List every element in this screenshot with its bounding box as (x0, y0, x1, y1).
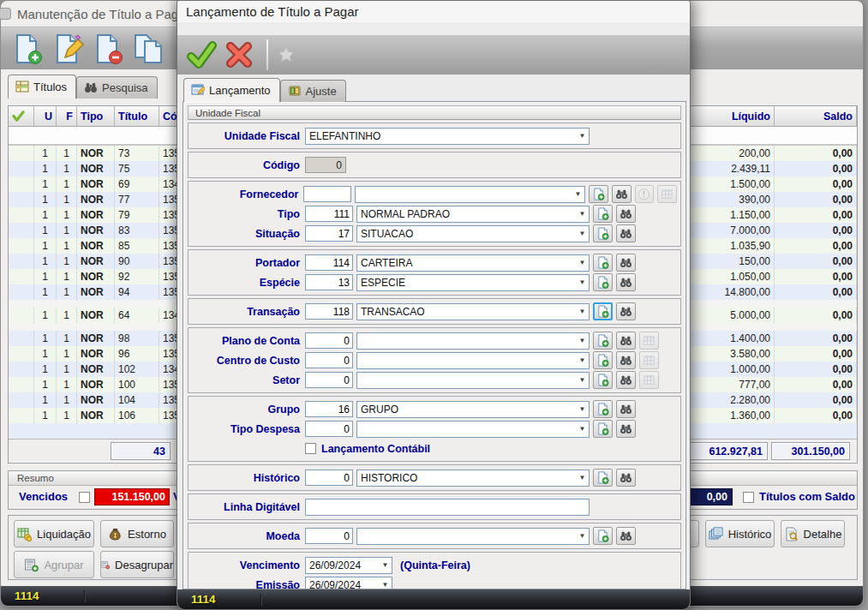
transacao-combo[interactable]: TRANSACAO▼ (356, 303, 590, 320)
chevron-down-icon[interactable]: ▼ (576, 376, 589, 384)
plano_de_conta-code-input[interactable] (305, 332, 353, 349)
new-doc-button[interactable] (593, 332, 613, 350)
binoculars-button[interactable] (616, 254, 636, 272)
tipo_despesa-combo[interactable]: ▼ (356, 421, 590, 438)
binoculars-button[interactable] (616, 273, 636, 291)
binoculars-button[interactable] (616, 527, 636, 545)
binoculars-button[interactable] (616, 302, 636, 320)
table-button[interactable] (639, 371, 659, 389)
chevron-down-icon[interactable]: ▼ (576, 405, 589, 413)
emissao-combo[interactable]: 26/09/2024▼ (305, 577, 392, 590)
binoculars-button[interactable] (616, 224, 636, 242)
new-doc-button[interactable] (593, 302, 613, 320)
linha_digitavel-input[interactable] (305, 499, 590, 516)
dialog-titlebar[interactable]: Lançamento de Título a Pagar (177, 1, 690, 22)
chevron-down-icon[interactable]: ▼ (379, 581, 392, 589)
tipo-code-input[interactable] (305, 206, 353, 222)
table-button[interactable] (639, 351, 659, 369)
historico-code-input[interactable] (305, 469, 353, 486)
centro_de_custo-combo[interactable]: ▼ (356, 352, 590, 369)
historico-button[interactable]: Histórico (705, 520, 775, 547)
table-button[interactable] (657, 185, 677, 203)
binoculars-button[interactable] (616, 351, 636, 369)
tab-titulos[interactable]: Títulos (8, 75, 76, 99)
transacao-code-input[interactable] (305, 303, 353, 320)
tipo_despesa-code-input[interactable] (305, 421, 353, 437)
check-icon[interactable] (186, 39, 217, 70)
new-doc-button[interactable] (593, 273, 613, 291)
plano_de_conta-combo[interactable]: ▼ (356, 332, 590, 350)
chevron-down-icon[interactable]: ▼ (379, 561, 392, 569)
situacao-code-input[interactable] (305, 225, 353, 242)
chevron-down-icon[interactable]: ▼ (576, 356, 589, 364)
chevron-down-icon[interactable]: ▼ (576, 230, 589, 237)
portador-combo[interactable]: CARTEIRA▼ (356, 254, 590, 272)
delete-record-icon[interactable] (92, 33, 124, 65)
header-sel[interactable] (9, 106, 34, 126)
chevron-down-icon[interactable]: ▼ (576, 474, 589, 481)
unidade_fiscal-combo[interactable]: ELEFANTINHO▼ (305, 128, 590, 145)
new-doc-button[interactable] (593, 400, 613, 418)
copy-record-icon[interactable] (132, 33, 165, 65)
estorno-button[interactable]: Estorno (100, 520, 174, 547)
new-doc-button[interactable] (593, 371, 613, 389)
x-icon[interactable] (224, 39, 254, 70)
detalhe-button[interactable]: Detalhe (781, 520, 845, 547)
setor-combo[interactable]: ▼ (356, 372, 590, 389)
tab-lancamento[interactable]: Lançamento (183, 78, 280, 102)
moeda-combo[interactable]: ▼ (356, 528, 590, 545)
especie-code-input[interactable] (305, 274, 353, 290)
vencidos-checkbox[interactable] (79, 492, 90, 503)
binoculars-button[interactable] (616, 371, 636, 389)
chevron-down-icon[interactable]: ▼ (576, 308, 589, 315)
header-saldo[interactable]: Saldo (775, 106, 857, 126)
agrupar-button[interactable]: Agrupar (14, 551, 94, 578)
chevron-down-icon[interactable]: ▼ (576, 278, 589, 286)
new-record-icon[interactable] (11, 33, 44, 65)
chevron-down-icon[interactable]: ▼ (576, 132, 589, 140)
grupo-code-input[interactable] (305, 401, 353, 417)
grupo-combo[interactable]: GRUPO▼ (356, 401, 590, 418)
desagrupar-button[interactable]: Desagrupar (100, 551, 174, 578)
tab-ajuste[interactable]: Ajuste (280, 80, 346, 102)
fornecedor-code-input[interactable] (303, 186, 351, 202)
tab-pesquisa[interactable]: Pesquisa (76, 76, 157, 99)
new-doc-button[interactable] (593, 351, 613, 369)
edit-record-icon[interactable] (51, 33, 84, 65)
new-doc-button[interactable] (593, 254, 613, 272)
fornecedor-combo[interactable]: ▼ (355, 186, 585, 203)
table-button[interactable] (639, 332, 659, 350)
new-doc-button[interactable] (589, 185, 608, 203)
binoculars-button[interactable] (616, 469, 636, 487)
centro_de_custo-code-input[interactable] (305, 352, 353, 368)
portador-code-input[interactable] (305, 254, 353, 271)
binoculars-button[interactable] (616, 420, 636, 438)
tipo-combo[interactable]: NORMAL PADRAO▼ (356, 206, 590, 223)
liquidacao-button[interactable]: Liquidação (14, 520, 94, 547)
especie-combo[interactable]: ESPECIE▼ (356, 274, 590, 291)
binoculars-button[interactable] (612, 185, 632, 203)
chevron-down-icon[interactable]: ▼ (576, 337, 589, 344)
binoculars-button[interactable] (616, 332, 636, 350)
chevron-down-icon[interactable]: ▼ (576, 210, 589, 218)
header-tipo[interactable]: Tipo (77, 106, 115, 126)
vencimento-combo[interactable]: 26/09/2024▼ (305, 557, 392, 574)
header-f[interactable]: F (57, 106, 77, 126)
situacao-combo[interactable]: SITUACAO▼ (356, 225, 590, 242)
info-button[interactable] (635, 185, 655, 203)
new-doc-button[interactable] (593, 469, 613, 487)
lancamento_contabil-checkbox[interactable] (305, 443, 316, 454)
chevron-down-icon[interactable]: ▼ (576, 532, 589, 540)
header-titulo[interactable]: Título (115, 106, 159, 126)
new-doc-button[interactable] (593, 420, 613, 438)
setor-code-input[interactable] (305, 372, 353, 388)
chevron-down-icon[interactable]: ▼ (572, 190, 584, 198)
binoculars-button[interactable] (616, 400, 636, 418)
new-doc-button[interactable] (593, 527, 613, 545)
chevron-down-icon[interactable]: ▼ (576, 259, 589, 266)
titulos-com-saldo-checkbox[interactable] (743, 492, 754, 503)
new-doc-button[interactable] (593, 205, 613, 223)
new-doc-button[interactable] (593, 224, 613, 242)
star-icon[interactable] (277, 45, 296, 64)
moeda-code-input[interactable] (305, 528, 353, 544)
